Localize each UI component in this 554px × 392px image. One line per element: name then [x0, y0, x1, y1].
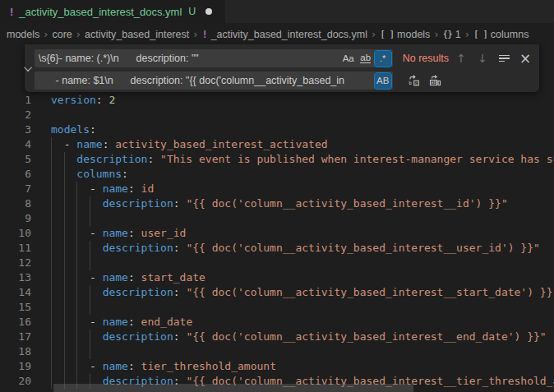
breadcrumb-separator-icon: ›	[193, 28, 197, 40]
code-line[interactable]: 8 description: "{{ doc('column__activity…	[0, 196, 554, 211]
replace-button[interactable]: c b	[404, 71, 422, 90]
regex-button[interactable]: .*	[375, 51, 391, 67]
line-number: 11	[0, 241, 31, 256]
code-line[interactable]: 3models:	[0, 122, 554, 137]
array-symbol-icon: [ ]	[473, 29, 487, 39]
editor-pane[interactable]: 1version: 223models:4 - name: activity_b…	[0, 45, 554, 392]
breadcrumb-label: _activity_based_interest_docs.yml	[211, 29, 367, 40]
indent-guide	[64, 256, 65, 270]
breadcrumb-separator-icon: ›	[44, 28, 48, 40]
find-input[interactable]: \s{6}- name: (.*)\n description: "" Aa a…	[35, 49, 393, 67]
indent-guide	[51, 211, 52, 226]
tab-activity-based-interest-docs[interactable]: ! _activity_based_interest_docs.yml U	[0, 0, 225, 23]
code-line-text: version: 2	[51, 93, 115, 108]
whole-word-button[interactable]: ab	[358, 51, 374, 67]
breadcrumb-item-core[interactable]: core	[53, 29, 72, 40]
code-line-text: - name: end_date	[51, 315, 192, 330]
code-line[interactable]: 18	[0, 344, 554, 359]
breadcrumb-separator-icon: ›	[372, 28, 376, 40]
indent-guide	[90, 300, 90, 315]
replace-all-icon: ab	[428, 74, 441, 87]
indent-guide	[76, 300, 77, 315]
indent-guide	[90, 211, 90, 226]
code-line[interactable]: 10 - name: user_id	[0, 226, 554, 241]
breadcrumb-item--activity-based-interest-docs-yml[interactable]: !_activity_based_interest_docs.yml	[201, 29, 367, 40]
breadcrumb-separator-icon: ›	[434, 28, 438, 40]
indent-guide	[64, 211, 65, 226]
indent-guide	[76, 211, 77, 226]
replace-input[interactable]: - name: $1\n description: "{{ doc('colum…	[35, 71, 393, 90]
indent-guide	[76, 256, 77, 270]
code-line[interactable]: 4 - name: activity_based_interest_activa…	[0, 137, 554, 152]
line-number: 9	[0, 211, 31, 226]
code-line[interactable]: 15	[0, 300, 554, 315]
code-line[interactable]: 14 description: "{{ doc('column__activit…	[0, 285, 554, 300]
breadcrumb-label: columns	[491, 29, 529, 40]
line-number: 19	[0, 359, 31, 374]
line-number: 4	[0, 137, 31, 152]
match-case-button[interactable]: Aa	[340, 51, 357, 67]
indent-guide	[64, 344, 65, 359]
line-number: 7	[0, 182, 31, 196]
close-button[interactable]: ×	[516, 49, 534, 67]
breadcrumb-label: core	[53, 29, 72, 40]
breadcrumb-label: models	[7, 29, 39, 40]
yaml-file-icon: !	[10, 6, 13, 18]
breadcrumb-separator-icon: ›	[76, 28, 81, 40]
code-line[interactable]: 7 - name: id	[0, 182, 554, 196]
replace-icon: c b	[407, 74, 420, 87]
code-line-text: columns:	[51, 167, 128, 182]
replace-all-button[interactable]: ab	[426, 71, 444, 90]
code-line[interactable]: 13 - name: start_date	[0, 270, 554, 285]
code-line-text: description: "This event is published wh…	[51, 152, 554, 167]
yaml-symbol-icon: !	[201, 29, 207, 40]
code-line[interactable]: 1version: 2	[0, 93, 554, 108]
code-line[interactable]: 17 description: "{{ doc('column__activit…	[0, 330, 554, 344]
code-line[interactable]: 16 - name: end_date	[0, 315, 554, 330]
replace-value-text: - name: $1\n description: "{{ doc('colum…	[39, 75, 374, 86]
code-line-text: models:	[51, 122, 96, 137]
tab-bar: ! _activity_based_interest_docs.yml U	[0, 0, 554, 23]
code-line[interactable]: 11 description: "{{ doc('column__activit…	[0, 241, 554, 256]
array-symbol-icon: [ ]	[380, 29, 394, 39]
breadcrumb-item-models[interactable]: [ ]models	[380, 29, 430, 40]
indent-guide	[64, 300, 65, 315]
code-line[interactable]: 19 - name: tier_threshold_amount	[0, 359, 554, 374]
vscode-window: ! _activity_based_interest_docs.yml U mo…	[0, 0, 554, 392]
code-line[interactable]: 9	[0, 211, 554, 226]
breadcrumb-item-columns[interactable]: [ ]columns	[473, 29, 529, 40]
code-line[interactable]: 5 description: "This event is published …	[0, 152, 554, 167]
indent-guide	[90, 344, 90, 359]
code-line[interactable]: 12	[0, 256, 554, 270]
svg-text:b: b	[409, 80, 412, 85]
line-number: 18	[0, 344, 31, 359]
code-line-text: - name: tier_threshold_amount	[51, 359, 276, 374]
breadcrumb-item-1[interactable]: {}1	[443, 29, 461, 40]
breadcrumb-item-activity-based-interest[interactable]: activity_based_interest	[85, 29, 189, 40]
line-number: 15	[0, 300, 31, 315]
code-line-text: description: "{{ doc('column__activity_b…	[51, 241, 540, 256]
next-match-button[interactable]: ↓	[473, 49, 492, 67]
toggle-replace-button[interactable]	[25, 44, 35, 92]
code-line-text: - name: user_id	[51, 226, 186, 241]
preserve-case-button[interactable]: AB	[375, 73, 391, 89]
breadcrumb-item-models[interactable]: models	[7, 29, 39, 40]
selection-icon	[499, 55, 510, 62]
code-line[interactable]: 2	[0, 108, 554, 122]
breadcrumb-label: 1	[455, 29, 461, 40]
find-query-text: \s{6}- name: (.*)\n description: ""	[39, 53, 339, 64]
line-number: 20	[0, 374, 31, 389]
code-line[interactable]: 6 columns:	[0, 167, 554, 182]
unsaved-changes-dot-icon[interactable]	[205, 8, 212, 15]
code-line-text: - name: start_date	[51, 270, 205, 285]
line-number: 14	[0, 285, 31, 300]
line-number: 10	[0, 226, 31, 241]
line-number: 5	[0, 152, 31, 167]
find-results-status: No results	[403, 53, 449, 64]
indent-guide	[51, 300, 52, 315]
find-in-selection-button[interactable]	[495, 49, 513, 67]
svg-text:c: c	[415, 81, 418, 85]
line-number: 2	[0, 108, 31, 122]
horizontal-scrollbar[interactable]	[53, 384, 413, 392]
previous-match-button[interactable]: ↑	[452, 49, 470, 67]
